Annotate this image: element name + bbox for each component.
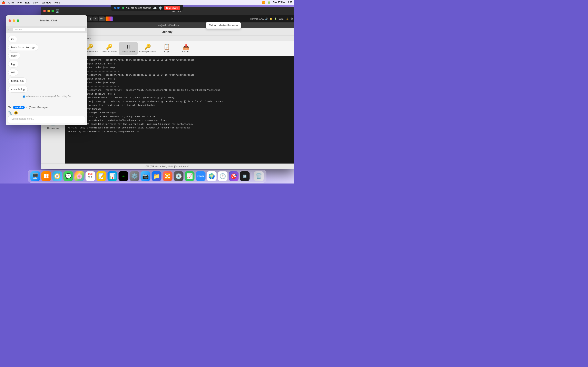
- console-line-5: Using default input encoding: UTF-8: [68, 77, 292, 81]
- menubar: 🍎 UTM File Edit View Window Help 📶 🔋 Tue…: [0, 0, 294, 5]
- pause-attack-button[interactable]: ⏸ Pause attack: [119, 42, 138, 55]
- chat-forward-button[interactable]: ›: [10, 28, 11, 31]
- search-placeholder[interactable]: Search: [15, 28, 22, 31]
- power-icon[interactable]: ⏻: [291, 17, 293, 20]
- dock-chrome[interactable]: 🌍: [207, 171, 217, 181]
- chat-message-4: 0%: [8, 69, 18, 76]
- apple-menu[interactable]: 🍎: [2, 1, 5, 4]
- messages-icon: 💬: [65, 173, 72, 179]
- stop-share-button[interactable]: Stop Share: [164, 6, 180, 10]
- chrome-icon: 🌍: [208, 173, 215, 179]
- menu-file[interactable]: File: [17, 1, 22, 4]
- status-text: 0% (0/3: 0 cracked, 3 left) [format=cryp…: [146, 165, 189, 168]
- terminal-icon: ⌨: [122, 174, 125, 178]
- lock-icon[interactable]: 🔒: [286, 17, 289, 20]
- dock-notes[interactable]: 📝: [96, 171, 106, 181]
- dock-calendar[interactable]: DEC27: [86, 171, 95, 181]
- dock-system-preferences[interactable]: ⚙️: [130, 171, 139, 181]
- menu-help[interactable]: Help: [54, 1, 60, 4]
- dock-activity-monitor[interactable]: 📈: [185, 171, 195, 181]
- workspace-3[interactable]: 3: [88, 17, 93, 21]
- calendar-icon: DEC27: [88, 173, 93, 179]
- console-line-15: Press Ctrl-C to abort, or send SIGUSR1 t…: [68, 115, 292, 118]
- chat-message-2: open: [8, 52, 20, 59]
- diskapp-icon: 💽: [175, 173, 182, 179]
- copy-button[interactable]: 📋 Copy: [158, 42, 176, 55]
- dock-launchpad[interactable]: [42, 171, 51, 181]
- kali-maximize-button[interactable]: [52, 10, 54, 12]
- more-options-icon[interactable]: ···: [20, 111, 22, 115]
- dock-trash[interactable]: 🗑️: [254, 171, 264, 181]
- console-line-4: [23:34:16] /usr/sbin/john --session=/roo…: [68, 73, 292, 77]
- console-line-13: Will run 4 OpenMP threads: [68, 108, 292, 111]
- menu-window[interactable]: Window: [42, 1, 51, 4]
- dock-clock[interactable]: 🕐: [218, 171, 228, 181]
- to-label: To:: [8, 106, 11, 109]
- dock: 🖥️ 🧭 💬 🌸 DEC27 📝 📊 ⌨ ⚙️ 📷 📁 🔀: [28, 170, 267, 183]
- to-user-pill[interactable]: Koosha: [13, 106, 25, 109]
- emoji-icon[interactable]: 😊: [14, 111, 18, 115]
- screenshot-icon[interactable]: 📸: [99, 17, 105, 21]
- guess-password-button[interactable]: 🔑 Guess password: [138, 42, 157, 55]
- finder-icon: 🖥️: [32, 173, 39, 179]
- dock-finder[interactable]: 🖥️: [30, 171, 40, 181]
- chat-close-button[interactable]: [9, 19, 11, 22]
- dock-photos[interactable]: 🌸: [75, 171, 84, 181]
- zoom-icon: zoom: [198, 175, 204, 178]
- console-line-18: Warning: Only 2 candidates buffered for …: [68, 126, 292, 130]
- menu-edit[interactable]: Edit: [25, 1, 29, 4]
- guess-password-icon: 🔑: [144, 44, 151, 50]
- color-indicator: [105, 17, 113, 21]
- dock-git-app[interactable]: 🔀: [163, 171, 173, 181]
- dock-terminal[interactable]: ⌨: [119, 171, 129, 181]
- screen-share-banner: zoom You are screen sharing ☁️ 🛡️ Stop S…: [111, 5, 183, 11]
- zoom-logo: zoom: [114, 7, 120, 9]
- battery-icon[interactable]: 🔋: [268, 1, 270, 4]
- to-type: (Direct Message): [29, 106, 48, 109]
- dock-keynote[interactable]: 📊: [108, 171, 117, 181]
- notes-icon: 📝: [98, 173, 105, 179]
- chat-title: Meeting Chat: [13, 19, 85, 22]
- wifi-icon[interactable]: 📶: [262, 1, 265, 4]
- dock-messages[interactable]: 💬: [63, 171, 73, 181]
- menu-utm[interactable]: UTM: [8, 1, 14, 4]
- dock-kanda[interactable]: 🎯: [229, 171, 239, 181]
- chat-back-button[interactable]: ‹: [8, 28, 9, 31]
- dock-calculator[interactable]: 🔢: [240, 171, 250, 181]
- copy-label: Copy: [164, 50, 169, 53]
- console-line-9: Using default input encoding: UTF-8: [68, 92, 292, 96]
- dock-image-capture[interactable]: 📷: [141, 171, 150, 181]
- dock-safari[interactable]: 🧭: [52, 171, 62, 181]
- johnny-console-output[interactable]: [23:21:02] /usr/sbin/john --session=/roo…: [65, 56, 294, 164]
- console-line-2: No password hashes loaded (see FAQ): [68, 66, 292, 69]
- console-line-14: Proceeding with single, rules:Single: [68, 111, 292, 115]
- trash-icon: 🗑️: [256, 173, 262, 179]
- chat-message-6: console log: [8, 86, 28, 92]
- gitapp-icon: 🔀: [164, 173, 171, 179]
- kali-minimize-button[interactable]: [47, 10, 50, 12]
- console-separator-1: --------------------------------------: [68, 70, 292, 73]
- resume-attack-button[interactable]: 🔑 Resume attack: [100, 42, 118, 55]
- dock-zoom[interactable]: zoom: [196, 171, 206, 181]
- console-line-11: Cost 1 (algorithm [1:descrypt 2:md5crypt…: [68, 100, 292, 103]
- recording-notice: 👥 Who can see your messages? Recording O…: [8, 94, 85, 99]
- calculator-icon: 🔢: [243, 175, 246, 178]
- export-button[interactable]: 📤 Export_: [177, 42, 195, 55]
- workspace-4[interactable]: 4: [93, 17, 98, 21]
- file-attach-icon[interactable]: 📎: [8, 111, 12, 115]
- kali-time: 23:37: [279, 17, 285, 20]
- datetime-display: Tue 27 Dec 14.37: [273, 1, 292, 4]
- notification-icon[interactable]: 🔔: [270, 17, 273, 20]
- dock-source-files[interactable]: 📁: [152, 171, 162, 181]
- imagecapture-icon: 📷: [142, 173, 149, 179]
- kali-close-button[interactable]: [43, 10, 46, 12]
- chat-titlebar: Meeting Chat: [6, 15, 87, 26]
- message-input[interactable]: Type message here...: [8, 116, 85, 124]
- speaker-icon[interactable]: 🔊: [265, 17, 268, 20]
- start-new-attack-icon: 🔑: [87, 44, 93, 50]
- console-line-0: [23:21:02] /usr/sbin/john --session=/roo…: [68, 58, 292, 62]
- dock-disk-app[interactable]: 💽: [174, 171, 183, 181]
- export-icon: 📤: [183, 44, 189, 50]
- battery-kali-icon[interactable]: 🔋: [274, 17, 277, 20]
- menu-view[interactable]: View: [33, 1, 39, 4]
